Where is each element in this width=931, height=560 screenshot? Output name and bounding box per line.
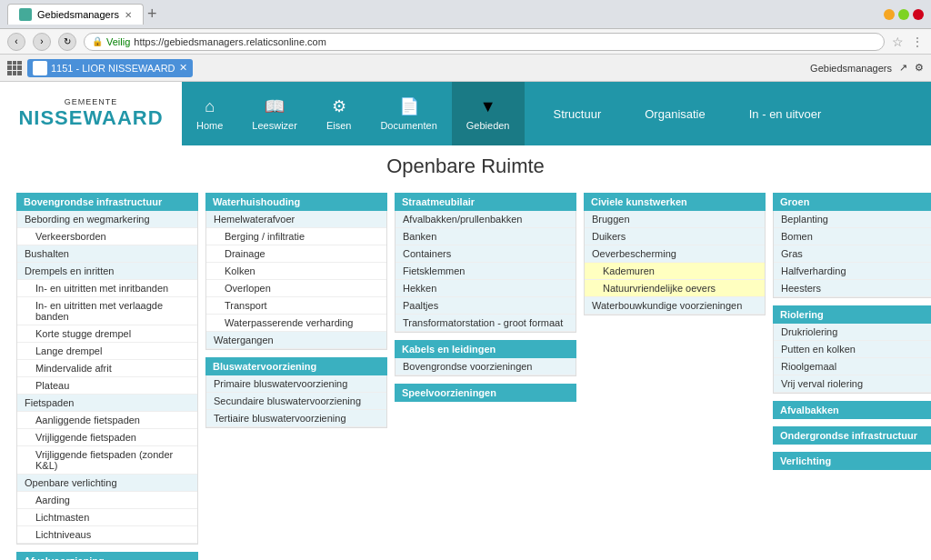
- list-item[interactable]: Kolken: [206, 263, 386, 280]
- extensions-icon[interactable]: ⋮: [911, 35, 924, 49]
- list-item[interactable]: Natuurvriendelijke oevers: [585, 280, 765, 297]
- tab-close-button[interactable]: ✕: [125, 10, 132, 20]
- list-item[interactable]: Rioolgemaal: [774, 358, 931, 375]
- list-item[interactable]: Primaire bluswatervoorziening: [206, 375, 386, 393]
- list-item[interactable]: Waterpasserende verharding: [206, 315, 386, 332]
- nav-in-uitvoer[interactable]: In - en uitvoer: [727, 82, 844, 145]
- list-item[interactable]: Transport: [206, 297, 386, 315]
- nav-in-uitvoer-label: In - en uitvoer: [749, 107, 822, 121]
- list-item[interactable]: Openbare verlichting: [17, 475, 197, 492]
- nav-leeswizer[interactable]: 📖 Leeswizer: [237, 82, 312, 145]
- list-item[interactable]: Drainage: [206, 245, 386, 263]
- forward-button[interactable]: ›: [33, 33, 51, 51]
- list-item[interactable]: Vrijliggende fietspaden: [17, 429, 197, 446]
- list-item[interactable]: Lichtniveaus: [17, 526, 197, 544]
- grid-icon[interactable]: [7, 61, 22, 75]
- cat-header-afvalvoorziening[interactable]: Afvalvoorziening: [16, 552, 198, 560]
- list-item[interactable]: Vrij verval riolering: [774, 375, 931, 393]
- list-item[interactable]: Kademuren: [585, 263, 765, 280]
- list-item[interactable]: Beplanting: [774, 211, 931, 228]
- list-item[interactable]: Verkeersborden: [17, 228, 197, 245]
- browser-tab[interactable]: Gebiedsmanagers ✕: [7, 4, 144, 25]
- cat-header-straatmeubilair[interactable]: Straatmeubilair: [395, 193, 576, 211]
- list-item[interactable]: Afvalbakken/prullenbakken: [395, 211, 576, 228]
- nav-home[interactable]: ⌂ Home: [182, 82, 237, 145]
- list-item[interactable]: Drempels en inritten: [17, 263, 197, 280]
- list-item[interactable]: Aanliggende fietspaden: [17, 412, 197, 429]
- list-item[interactable]: Halfverharding: [774, 263, 931, 280]
- list-item[interactable]: Berging / infiltratie: [206, 228, 386, 245]
- cat-header-bovengrondse[interactable]: Bovengrondse infrastructuur: [16, 193, 198, 211]
- list-item[interactable]: In- en uitritten met verlaagde banden: [17, 297, 197, 325]
- app-badge[interactable]: 1151 - LIOR NISSEWAARD ✕: [27, 59, 193, 77]
- cat-header-bluswatervoorziening[interactable]: Bluswatervoorziening: [205, 357, 387, 375]
- cat-header-riolering[interactable]: Riolering: [773, 305, 931, 324]
- eisen-icon: ⚙: [332, 96, 346, 116]
- badge-close-icon[interactable]: ✕: [179, 62, 187, 74]
- cat-header-afvalbakken[interactable]: Afvalbakken: [773, 401, 931, 419]
- list-item[interactable]: Fietsklemmen: [395, 263, 576, 280]
- cat-header-ondergrondse-infra[interactable]: Ondergrondse infrastructuur: [773, 426, 931, 445]
- list-item[interactable]: Overlopen: [206, 280, 386, 297]
- category-waterhuishouding: Waterhuishouding Hemelwaterafvoer Bergin…: [205, 193, 387, 560]
- nav-eisen[interactable]: ⚙ Eisen: [312, 82, 366, 145]
- list-item[interactable]: Waterbouwkundige voorzieningen: [585, 297, 765, 315]
- list-item[interactable]: Bebording en wegmarkering: [17, 211, 197, 228]
- list-item[interactable]: Bovengrondse voorzieningen: [395, 358, 576, 375]
- maximize-button[interactable]: [898, 9, 909, 20]
- list-item[interactable]: Gras: [774, 245, 931, 263]
- list-item[interactable]: Oeverbescherming: [585, 245, 765, 263]
- list-item[interactable]: Hekken: [395, 280, 576, 297]
- list-item[interactable]: Mindervalide afrit: [17, 360, 197, 377]
- list-item[interactable]: Secundaire bluswatervoorziening: [206, 393, 386, 410]
- list-item[interactable]: Banken: [395, 228, 576, 245]
- list-item[interactable]: Bomen: [774, 228, 931, 245]
- cat-header-kabels-leidingen[interactable]: Kabels en leidingen: [395, 340, 576, 358]
- list-item[interactable]: Bruggen: [585, 211, 765, 228]
- new-tab-button[interactable]: +: [147, 5, 157, 24]
- refresh-button[interactable]: ↻: [58, 33, 76, 51]
- list-item[interactable]: Paaltjes: [395, 297, 576, 315]
- bookmark-icon[interactable]: ☆: [892, 35, 904, 49]
- back-button[interactable]: ‹: [7, 33, 25, 51]
- list-item[interactable]: In- en uitritten met inritbanden: [17, 280, 197, 297]
- list-item[interactable]: Duikers: [585, 228, 765, 245]
- address-input[interactable]: 🔒 Veilig https://gebiedsmanagers.relatic…: [84, 33, 885, 51]
- minimize-button[interactable]: [884, 9, 895, 20]
- secure-label: Veilig: [106, 36, 130, 47]
- cat-header-waterhuishouding[interactable]: Waterhuishouding: [205, 193, 387, 211]
- nav-organisatie[interactable]: Organisatie: [623, 82, 726, 145]
- list-item[interactable]: Vrijliggende fietspaden (zonder K&L): [17, 446, 197, 475]
- list-item[interactable]: Containers: [395, 245, 576, 263]
- list-item[interactable]: Watergangen: [206, 332, 386, 349]
- list-item[interactable]: Lichtmasten: [17, 509, 197, 526]
- cat-items-straatmeubilair: Afvalbakken/prullenbakken Banken Contain…: [395, 211, 576, 333]
- list-item[interactable]: Fietspaden: [17, 395, 197, 412]
- list-item[interactable]: Transformatorstation - groot formaat: [395, 315, 576, 332]
- list-item[interactable]: Aarding: [17, 492, 197, 509]
- cat-header-speelvoorzieningen[interactable]: Speelvoorzieningen: [395, 384, 576, 402]
- list-item[interactable]: Hemelwaterafvoer: [206, 211, 386, 228]
- category-grid: Bovengrondse infrastructuur Bebording en…: [9, 193, 922, 560]
- list-item[interactable]: Lange drempel: [17, 343, 197, 360]
- nav-gebieden-label: Gebieden: [466, 120, 510, 131]
- list-item[interactable]: Plateau: [17, 377, 197, 395]
- list-item[interactable]: Tertiaire bluswatervoorziening: [206, 410, 386, 427]
- list-item[interactable]: Bushalten: [17, 245, 197, 263]
- list-item[interactable]: Heesters: [774, 280, 931, 297]
- tab-title: Gebiedsmanagers: [37, 9, 119, 20]
- list-item[interactable]: Drukriolering: [774, 324, 931, 341]
- cat-items-waterhuishouding: Hemelwaterafvoer Berging / infiltratie D…: [205, 211, 387, 350]
- nav-items: ⌂ Home 📖 Leeswizer ⚙ Eisen 📄 Documenten …: [182, 82, 525, 145]
- close-button[interactable]: [913, 9, 924, 20]
- cat-header-groen[interactable]: Groen: [773, 193, 931, 211]
- toolbar-settings-icon[interactable]: ⚙: [915, 62, 924, 74]
- nav-documenten[interactable]: 📄 Documenten: [365, 82, 451, 145]
- cat-header-verlichting[interactable]: Verlichting: [773, 452, 931, 470]
- list-item[interactable]: Korte stugge drempel: [17, 325, 197, 343]
- nav-gebieden[interactable]: ▼ Gebieden: [452, 82, 525, 145]
- list-item[interactable]: Putten en kolken: [774, 341, 931, 358]
- toolbar-icon-1[interactable]: ↗: [899, 62, 907, 74]
- cat-header-civiele[interactable]: Civiele kunstwerken: [584, 193, 766, 211]
- nav-structuur[interactable]: Structuur: [532, 82, 624, 145]
